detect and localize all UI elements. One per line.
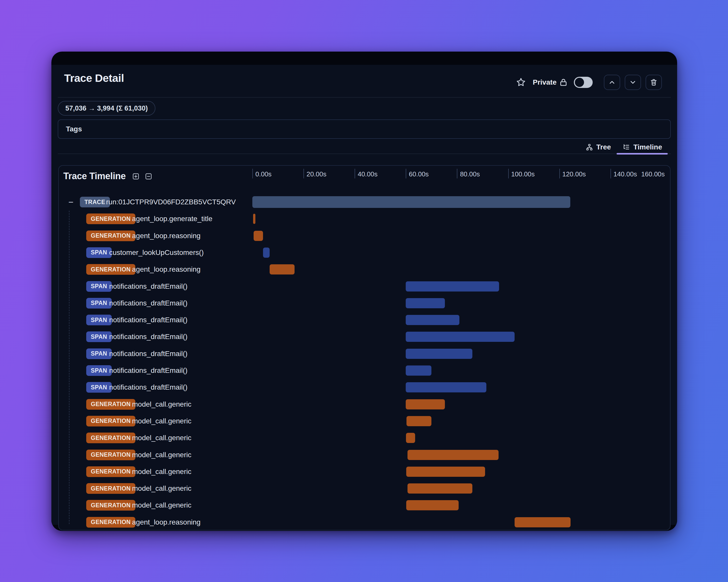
row-type-badge: GENERATION: [86, 517, 135, 528]
timeline-row[interactable]: −TRACErun:01JCTPR9VD06FD2ZBB5VCT5QRV: [59, 194, 670, 211]
row-type-badge: SPAN: [86, 349, 112, 359]
collapse-toggle-icon[interactable]: −: [69, 198, 74, 206]
generation-bar[interactable]: [253, 214, 255, 224]
generation-bar[interactable]: [408, 450, 499, 460]
timeline-row[interactable]: SPANnotifications_draftEmail(): [59, 379, 670, 396]
row-type-badge: GENERATION: [86, 264, 135, 275]
view-tabs-bar: TreeTimeline: [58, 140, 671, 154]
trace-timeline-panel: Trace Timeline 0.00s20.00s40.00s60.00s80…: [58, 165, 671, 530]
generation-bar[interactable]: [406, 500, 459, 510]
axis-tick-label: 160.00s: [641, 170, 665, 178]
span-bar[interactable]: [406, 365, 432, 376]
row-label: notifications_draftEmail(): [109, 299, 187, 307]
timeline-row[interactable]: SPANnotifications_draftEmail(): [59, 312, 670, 328]
timeline-row[interactable]: GENERATIONmodel_call.generic: [59, 396, 670, 413]
zoom-out-button[interactable]: [145, 172, 152, 180]
delete-button[interactable]: [646, 75, 662, 90]
axis-tick: [304, 169, 304, 178]
row-type-badge: GENERATION: [86, 450, 135, 460]
span-bar[interactable]: [406, 315, 459, 325]
generation-bar[interactable]: [406, 467, 485, 477]
trace-timeline-title: Trace Timeline: [63, 171, 126, 182]
collapse-down-button[interactable]: [625, 75, 641, 90]
timeline-row[interactable]: GENERATIONmodel_call.generic: [59, 429, 670, 446]
row-type-badge: TRACE: [80, 197, 110, 207]
span-bar[interactable]: [406, 332, 514, 342]
window-content: Trace Detail Private: [51, 65, 677, 525]
timeline-row[interactable]: GENERATIONmodel_call.generic: [59, 463, 670, 480]
row-type-badge: GENERATION: [86, 416, 135, 426]
row-type-badge: GENERATION: [86, 230, 135, 241]
span-bar[interactable]: [406, 281, 499, 292]
row-label: model_call.generic: [132, 434, 191, 442]
axis-tick-label: 40.00s: [358, 170, 378, 178]
header-divider: [58, 97, 671, 98]
generation-bar[interactable]: [406, 399, 445, 410]
row-label: agent_loop.reasoning: [132, 265, 201, 274]
row-type-badge: SPAN: [86, 298, 112, 308]
active-tab-underline: [580, 153, 617, 155]
header-controls: Private: [516, 75, 662, 90]
row-type-badge: SPAN: [86, 281, 112, 292]
zoom-in-button[interactable]: [132, 172, 140, 180]
tab-label: Timeline: [633, 143, 662, 151]
timeline-row[interactable]: GENERATIONmodel_call.generic: [59, 497, 670, 514]
row-type-badge: GENERATION: [86, 466, 135, 477]
timeline-row[interactable]: GENERATIONagent_loop.reasoning: [59, 227, 670, 244]
span-bar[interactable]: [406, 382, 486, 392]
trace-detail-window: Trace Detail Private: [51, 52, 677, 531]
span-bar[interactable]: [406, 298, 445, 308]
timeline-row[interactable]: SPANnotifications_draftEmail(): [59, 362, 670, 379]
lock-icon: [559, 78, 568, 87]
generation-bar[interactable]: [254, 231, 263, 241]
axis-tick: [406, 169, 406, 178]
axis-tick-label: 0.00s: [255, 170, 272, 178]
timeline-row[interactable]: GENERATIONmodel_call.generic: [59, 413, 670, 429]
timeline-row[interactable]: GENERATIONagent_loop.reasoning: [59, 514, 670, 530]
timeline-row[interactable]: SPANnotifications_draftEmail(): [59, 328, 670, 345]
timeline-row[interactable]: GENERATIONagent_loop.generate_title: [59, 211, 670, 227]
row-label: notifications_draftEmail(): [109, 366, 187, 375]
row-type-badge: SPAN: [86, 382, 112, 393]
generation-bar[interactable]: [515, 517, 571, 527]
generation-bar[interactable]: [270, 264, 294, 275]
timeline-row[interactable]: GENERATIONmodel_call.generic: [59, 447, 670, 463]
row-label: model_call.generic: [132, 417, 191, 425]
row-label: notifications_draftEmail(): [109, 383, 187, 391]
row-label: agent_loop.reasoning: [132, 232, 201, 240]
tab-tree[interactable]: Tree: [580, 140, 617, 154]
view-tabs: TreeTimeline: [580, 140, 668, 154]
span-bar[interactable]: [406, 349, 472, 359]
row-label: model_call.generic: [132, 451, 191, 459]
axis-tick: [252, 169, 253, 178]
row-label: model_call.generic: [132, 468, 191, 476]
row-label: model_call.generic: [132, 501, 191, 509]
generation-bar[interactable]: [407, 416, 432, 426]
axis-tick: [508, 169, 509, 178]
active-tab-underline: [617, 153, 668, 155]
generation-bar[interactable]: [408, 483, 472, 494]
row-type-badge: GENERATION: [86, 483, 135, 494]
timeline-row[interactable]: SPANnotifications_draftEmail(): [59, 295, 670, 312]
row-type-badge: SPAN: [86, 247, 112, 258]
axis-tick-label: 100.00s: [511, 170, 535, 178]
star-icon[interactable]: [516, 77, 526, 88]
timeline-row[interactable]: GENERATIONagent_loop.reasoning: [59, 261, 670, 278]
toggle-knob: [575, 78, 584, 87]
trace-bar[interactable]: [252, 196, 570, 208]
generation-bar[interactable]: [406, 433, 415, 443]
tab-timeline[interactable]: Timeline: [617, 140, 668, 154]
span-bar[interactable]: [263, 248, 270, 258]
timeline-row[interactable]: SPANcustomer_lookUpCustomers(): [59, 244, 670, 261]
row-type-badge: SPAN: [86, 331, 112, 342]
row-type-badge: GENERATION: [86, 399, 135, 410]
collapse-up-button[interactable]: [604, 75, 620, 90]
axis-tick-label: 20.00s: [307, 170, 327, 178]
tags-input[interactable]: Tags: [58, 119, 671, 139]
private-toggle[interactable]: [574, 77, 593, 88]
timeline-row[interactable]: SPANnotifications_draftEmail(): [59, 345, 670, 362]
row-label: notifications_draftEmail(): [109, 350, 187, 358]
axis-tick: [457, 169, 457, 178]
timeline-row[interactable]: SPANnotifications_draftEmail(): [59, 278, 670, 295]
timeline-row[interactable]: GENERATIONmodel_call.generic: [59, 480, 670, 497]
